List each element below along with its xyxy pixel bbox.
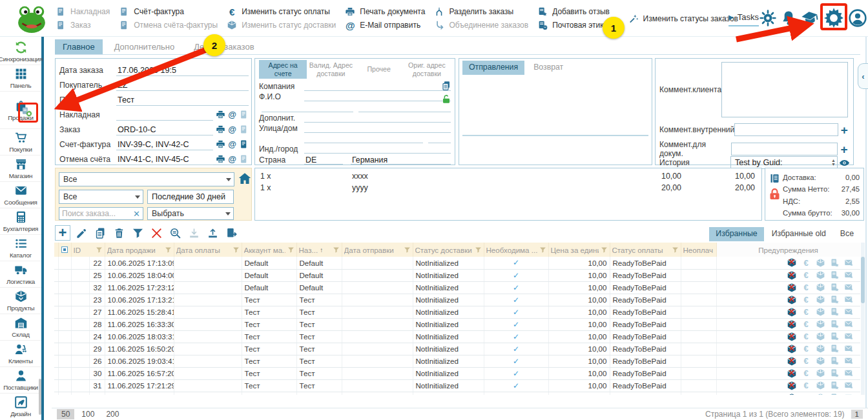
warning-payment-icon[interactable]: € bbox=[801, 356, 811, 366]
fullname-field[interactable] bbox=[304, 92, 451, 101]
warning-payment-icon[interactable]: € bbox=[801, 295, 811, 305]
column-filter-icon[interactable] bbox=[601, 246, 608, 254]
clear-search-icon[interactable]: ✕ bbox=[130, 209, 143, 219]
column-ship-date[interactable]: Дата отправки bbox=[342, 243, 413, 257]
home-button[interactable] bbox=[237, 171, 253, 186]
tab-order-details[interactable]: Детали заказов bbox=[186, 39, 262, 54]
table-row[interactable]: 3211.06.2025 17:23:12DefaultDefaultNotIn… bbox=[54, 281, 860, 294]
tab-billing-address[interactable]: Адрес на счете bbox=[259, 60, 307, 79]
column-delivery-status[interactable]: Статус доставки bbox=[413, 243, 484, 257]
sidebar-item-logistics[interactable]: Логистика bbox=[0, 261, 41, 287]
warning-no-shipment-icon[interactable]: ✕ bbox=[787, 393, 797, 395]
page-size-200[interactable]: 200 bbox=[101, 409, 123, 419]
grid-report-button[interactable] bbox=[223, 225, 239, 241]
street2-field[interactable] bbox=[304, 134, 423, 143]
warning-email-icon[interactable] bbox=[844, 319, 854, 329]
warning-email-icon[interactable] bbox=[844, 283, 854, 292]
field-value[interactable]: 17.06.2025 19:5 bbox=[116, 66, 249, 76]
company-field[interactable] bbox=[304, 82, 451, 91]
grid-delete-button[interactable] bbox=[111, 225, 127, 241]
lastname-field[interactable] bbox=[358, 103, 451, 112]
column-filter-icon[interactable] bbox=[539, 246, 546, 254]
warning-document-icon[interactable] bbox=[830, 319, 840, 329]
tab-original-shipping-address[interactable]: Ориг. адрес доставки bbox=[403, 60, 451, 79]
doc-comment-field[interactable] bbox=[731, 143, 838, 155]
warning-email-icon[interactable] bbox=[844, 381, 854, 390]
internal-comment-field[interactable] bbox=[734, 123, 838, 136]
warning-email-icon[interactable] bbox=[844, 356, 854, 366]
column-filter-icon[interactable] bbox=[672, 246, 679, 254]
column-warnings[interactable]: Предупреждения bbox=[716, 243, 860, 257]
column-account[interactable]: Аккаунт ма... bbox=[242, 243, 296, 257]
toolbar-item[interactable]: Изменить статусы заказов bbox=[628, 14, 738, 24]
warning-shipment-icon[interactable] bbox=[816, 283, 825, 292]
toolbar-item[interactable]: Печать документа bbox=[345, 6, 425, 17]
order-item-row[interactable]: 1 xxxxx10,0010,00 bbox=[255, 172, 761, 183]
toolbar-item[interactable]: Изменить статус доставки bbox=[227, 20, 336, 30]
warning-document-icon[interactable] bbox=[830, 344, 840, 354]
warning-email-icon[interactable] bbox=[844, 295, 854, 305]
warning-payment-icon[interactable]: € bbox=[801, 270, 811, 280]
print-icon[interactable] bbox=[216, 110, 225, 119]
warning-shipment-icon[interactable] bbox=[816, 381, 825, 390]
grid-search-button[interactable] bbox=[167, 225, 183, 241]
system-settings-icon[interactable] bbox=[760, 10, 776, 26]
warning-shipment-icon[interactable] bbox=[816, 270, 825, 280]
warning-payment-icon[interactable]: € bbox=[801, 319, 811, 329]
warning-document-icon[interactable] bbox=[830, 307, 840, 317]
sidebar-item-panel[interactable]: Панель bbox=[0, 65, 41, 91]
warning-email-icon[interactable] bbox=[844, 393, 854, 395]
warning-email-icon[interactable] bbox=[844, 368, 854, 378]
grid-add-button[interactable]: + bbox=[55, 225, 70, 241]
field-value[interactable]: Тест bbox=[116, 95, 249, 106]
grid-export-button[interactable] bbox=[205, 225, 220, 241]
warning-shipment-icon[interactable] bbox=[816, 344, 825, 354]
zip-city-field[interactable] bbox=[304, 145, 451, 154]
collapse-panel-button[interactable]: ‹ bbox=[858, 63, 868, 89]
column-filter-icon[interactable] bbox=[232, 246, 240, 254]
document-icon[interactable] bbox=[239, 139, 249, 149]
choose-select[interactable]: Выбрать bbox=[147, 207, 234, 220]
sidebar-scrollbar[interactable] bbox=[39, 379, 41, 415]
sidebar-item-design[interactable]: Дизайн bbox=[0, 393, 41, 419]
warning-payment-icon[interactable]: € bbox=[801, 258, 811, 268]
toolbar-item[interactable]: Накладная bbox=[56, 6, 110, 17]
tasks-button[interactable]: ▶ Tasks bbox=[728, 12, 759, 26]
warning-document-icon[interactable] bbox=[830, 332, 840, 341]
toolbar-item[interactable]: Счёт-фактура bbox=[119, 6, 218, 17]
status-filter-select[interactable]: Все bbox=[59, 190, 143, 204]
country-code-field[interactable]: DE bbox=[304, 155, 343, 165]
warning-no-shipment-icon[interactable]: ✕ bbox=[787, 381, 797, 391]
warning-document-icon[interactable] bbox=[830, 368, 840, 378]
sidebar-item-sales[interactable]: Продажи bbox=[0, 91, 41, 128]
toolbar-item[interactable]: Почтовая этикетка bbox=[537, 20, 619, 30]
warning-document-icon[interactable] bbox=[830, 381, 840, 390]
notifications-icon[interactable] bbox=[780, 10, 797, 26]
toolbar-item[interactable]: €Изменить статус оплаты bbox=[227, 6, 336, 17]
column-name[interactable]: Наз...↑ bbox=[296, 243, 342, 257]
grid-view-tab-favorites-old[interactable]: Избранные old bbox=[765, 227, 832, 241]
warning-shipment-icon[interactable] bbox=[816, 258, 825, 268]
grid-view-tab-favorites[interactable]: Избранные bbox=[709, 227, 763, 241]
select-all-checkbox[interactable] bbox=[61, 246, 68, 253]
firstname-field[interactable] bbox=[262, 103, 354, 112]
email-icon[interactable]: @ bbox=[227, 139, 237, 149]
table-row[interactable]: 2410.06.2025 18:03:31ТестТестNotInitiali… bbox=[54, 330, 860, 343]
print-icon[interactable] bbox=[216, 125, 225, 134]
select-column[interactable] bbox=[58, 243, 71, 257]
house-field[interactable] bbox=[428, 134, 451, 143]
column-payment-status[interactable]: Статус оплаты bbox=[610, 243, 681, 257]
table-row[interactable]: 2911.06.2025 16:50:20ТестТестNotInitiali… bbox=[54, 343, 860, 355]
street-field[interactable] bbox=[304, 124, 451, 133]
warning-document-icon[interactable] bbox=[830, 270, 840, 280]
warning-no-shipment-icon[interactable]: ✕ bbox=[787, 332, 797, 342]
sidebar-item-suppliers[interactable]: Поставщики bbox=[0, 366, 41, 393]
table-row[interactable]: 2510.06.2025 18:04:00DefaultDefaultNotIn… bbox=[54, 269, 860, 281]
toolbar-item[interactable]: Отмена счёта-фактуры bbox=[119, 20, 218, 30]
table-row[interactable]: 3011.06.2025 16:57:20ТестТестNotInitiali… bbox=[54, 367, 860, 379]
warning-payment-icon[interactable]: € bbox=[801, 381, 811, 390]
tab-shipments[interactable]: Отправления bbox=[462, 61, 524, 75]
tab-additional[interactable]: Дополнительно bbox=[107, 39, 183, 54]
toolbar-item[interactable]: Заказ bbox=[56, 20, 110, 30]
toolbar-item[interactable]: Объединение заказов bbox=[434, 20, 528, 30]
